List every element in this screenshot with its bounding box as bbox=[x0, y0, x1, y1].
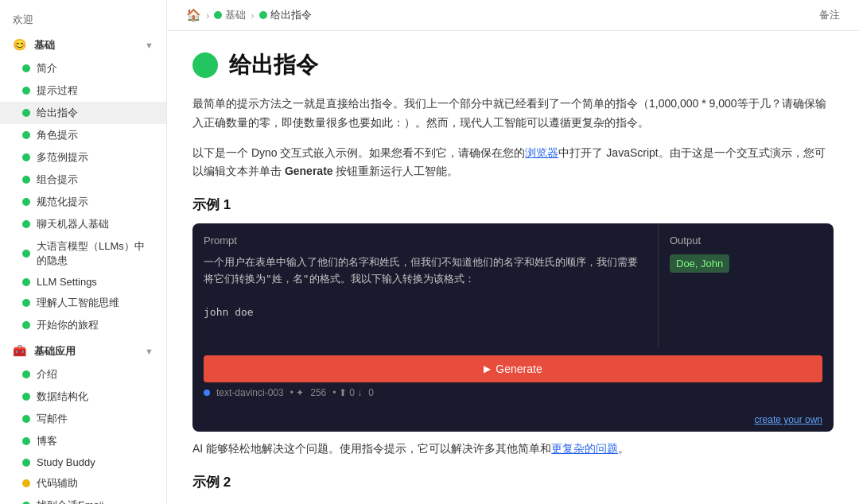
meta-model: text-davinci-003 bbox=[216, 387, 284, 398]
sidebar-item-email[interactable]: 写邮件 bbox=[0, 408, 166, 430]
generate-button[interactable]: ▶ Generate bbox=[204, 355, 822, 382]
sidebar-item-code-assist[interactable]: 代码辅助 bbox=[0, 472, 166, 494]
dot-icon bbox=[22, 64, 30, 72]
basics-icon: 😊 bbox=[13, 38, 26, 51]
basic-apps-items: 介绍 数据结构化 写邮件 博客 Study Buddy 代码辅助 bbox=[0, 363, 166, 504]
title-dot-icon bbox=[192, 52, 218, 78]
dot-icon bbox=[22, 153, 30, 161]
basic-apps-icon: 🧰 bbox=[13, 344, 26, 357]
sidebar-section-header-basics[interactable]: 😊 基础 ▼ bbox=[0, 33, 166, 57]
basics-label: 基础 bbox=[34, 39, 55, 51]
dot-icon bbox=[22, 459, 30, 467]
sidebar-item-blog[interactable]: 博客 bbox=[0, 430, 166, 452]
sidebar-item-data-struct[interactable]: 数据结构化 bbox=[0, 386, 166, 408]
sidebar-item-find-emoji[interactable]: 找到合适Emoji bbox=[0, 494, 166, 504]
sidebar-item-your-journey[interactable]: 开始你的旅程 bbox=[0, 314, 166, 336]
note-button[interactable]: 备注 bbox=[819, 8, 840, 22]
topbar: 🏠 › 基础 › 给出指令 备注 bbox=[167, 0, 859, 31]
dot-icon bbox=[22, 299, 30, 307]
sidebar-item-ai-thinking[interactable]: 理解人工智能思维 bbox=[0, 292, 166, 314]
dot-icon bbox=[22, 87, 30, 95]
breadcrumb-sep1: › bbox=[206, 10, 209, 21]
breadcrumb-sep2: › bbox=[251, 10, 254, 21]
breadcrumb-home-icon[interactable]: 🏠 bbox=[186, 8, 201, 22]
demo-box: Prompt 一个用户在表单中输入了他们的名字和姓氏，但我们不知道他们的名字和姓… bbox=[192, 223, 834, 432]
sidebar-item-llm-settings[interactable]: LLM Settings bbox=[0, 272, 166, 292]
sidebar-item-role-prompt[interactable]: 角色提示 bbox=[0, 124, 166, 146]
meta-freq: 0 bbox=[368, 387, 374, 398]
breadcrumb-current-dot bbox=[259, 11, 267, 19]
dot-icon bbox=[22, 370, 30, 378]
page-content: 给出指令 最简单的提示方法之一就是直接给出指令。我们上一个部分中就已经看到了一个… bbox=[167, 31, 859, 504]
create-your-own-link[interactable]: create your own bbox=[755, 414, 822, 425]
dot-icon bbox=[22, 198, 30, 206]
basics-chevron: ▼ bbox=[145, 41, 154, 50]
demo-generate-row: ▶ Generate text-davinci-003 • ✦ 256 • ⬆ … bbox=[192, 347, 834, 406]
dot-icon bbox=[22, 176, 30, 184]
browser-link[interactable]: 浏览器 bbox=[525, 146, 558, 159]
demo-panels-row: Prompt 一个用户在表单中输入了他们的名字和姓氏，但我们不知道他们的名字和姓… bbox=[192, 223, 834, 347]
example2-intro: 这是一个更复杂的例子1： bbox=[192, 501, 834, 504]
sidebar-item-few-shot[interactable]: 多范例提示 bbox=[0, 146, 166, 169]
dot-icon bbox=[22, 415, 30, 423]
dot-icon bbox=[22, 278, 30, 286]
sidebar-item-give-instruction[interactable]: 给出指令 bbox=[0, 102, 166, 124]
dot-icon bbox=[22, 109, 30, 117]
sidebar-item-intro2[interactable]: 介绍 bbox=[0, 363, 166, 386]
sidebar-item-prompting[interactable]: 提示过程 bbox=[0, 79, 166, 102]
example1-title: 示例 1 bbox=[192, 196, 834, 214]
ai-text: AI 能够轻松地解决这个问题。使用指令提示，它可以解决许多其他简单和更复杂的问题… bbox=[192, 440, 834, 459]
dot-icon bbox=[22, 437, 30, 445]
sidebar-section-header-basic-apps[interactable]: 🧰 基础应用 ▼ bbox=[0, 339, 166, 363]
breadcrumb: 🏠 › 基础 › 给出指令 bbox=[186, 8, 312, 22]
demo-output-panel: Output Doe, John bbox=[659, 223, 834, 347]
sidebar-welcome: 欢迎 bbox=[0, 10, 166, 33]
dot-icon bbox=[22, 250, 30, 258]
sidebar-item-combined[interactable]: 组合提示 bbox=[0, 169, 166, 191]
dot-icon bbox=[22, 321, 30, 329]
meta-sep2: • ⬆ 0 ↓ bbox=[332, 387, 362, 398]
page-title: 给出指令 bbox=[229, 50, 318, 80]
dot-icon bbox=[22, 479, 30, 487]
demo-output-label: Output bbox=[670, 235, 822, 246]
breadcrumb-current-label: 给出指令 bbox=[270, 8, 312, 22]
generate-label: Generate bbox=[496, 362, 542, 375]
demo-footer: create your own bbox=[192, 406, 834, 432]
dot-icon bbox=[22, 220, 30, 228]
breadcrumb-current[interactable]: 给出指令 bbox=[259, 8, 312, 22]
demo-prompt-panel: Prompt 一个用户在表单中输入了他们的名字和姓氏，但我们不知道他们的名字和姓… bbox=[192, 223, 659, 347]
demo-output-value: Doe, John bbox=[670, 254, 729, 273]
intro-text-1: 最简单的提示方法之一就是直接给出指令。我们上一个部分中就已经看到了一个简单的指令… bbox=[192, 95, 834, 133]
basics-items: 简介 提示过程 给出指令 角色提示 多范例提示 组合提示 bbox=[0, 57, 166, 336]
dot-icon bbox=[22, 131, 30, 139]
demo-meta: text-davinci-003 • ✦ 256 • ⬆ 0 ↓ 0 bbox=[204, 387, 822, 398]
meta-sep1: • ✦ bbox=[290, 387, 305, 398]
meta-tokens: 256 bbox=[310, 387, 326, 398]
demo-prompt-label: Prompt bbox=[204, 235, 647, 246]
example2-title: 示例 2 bbox=[192, 473, 834, 491]
basic-apps-label: 基础应用 bbox=[34, 345, 76, 357]
model-dot bbox=[204, 390, 210, 396]
complex-link[interactable]: 更复杂的问题 bbox=[551, 442, 618, 455]
sidebar-item-study-buddy[interactable]: Study Buddy bbox=[0, 452, 166, 472]
breadcrumb-basics-label: 基础 bbox=[225, 8, 246, 22]
basic-apps-chevron: ▼ bbox=[145, 347, 154, 356]
breadcrumb-basics[interactable]: 基础 bbox=[214, 8, 246, 22]
sidebar-item-intro[interactable]: 简介 bbox=[0, 57, 166, 79]
page-title-row: 给出指令 bbox=[192, 50, 834, 80]
intro-text-2: 以下是一个 Dyno 交互式嵌入示例。如果您看不到它，请确保在您的浏览器中打开了… bbox=[192, 144, 834, 182]
sidebar: 欢迎 😊 基础 ▼ 简介 提示过程 给出指令 角 bbox=[0, 0, 167, 504]
demo-prompt-textarea[interactable]: 一个用户在表单中输入了他们的名字和姓氏，但我们不知道他们的名字和姓氏的顺序，我们… bbox=[204, 254, 647, 334]
breadcrumb-basics-dot bbox=[214, 11, 222, 19]
sidebar-item-normalize[interactable]: 规范化提示 bbox=[0, 191, 166, 213]
sidebar-item-chatbot[interactable]: 聊天机器人基础 bbox=[0, 213, 166, 235]
dot-icon bbox=[22, 393, 30, 401]
sidebar-section-basic-apps: 🧰 基础应用 ▼ 介绍 数据结构化 写邮件 博客 bbox=[0, 339, 166, 504]
sidebar-item-llms[interactable]: 大语言模型（LLMs）中的隐患 bbox=[0, 235, 166, 272]
sidebar-section-basics: 😊 基础 ▼ 简介 提示过程 给出指令 角色提示 bbox=[0, 33, 166, 336]
play-icon: ▶ bbox=[484, 363, 491, 374]
main-content: 🏠 › 基础 › 给出指令 备注 给出指令 最简单的提示方法之一就是直接给出指令… bbox=[167, 0, 859, 504]
